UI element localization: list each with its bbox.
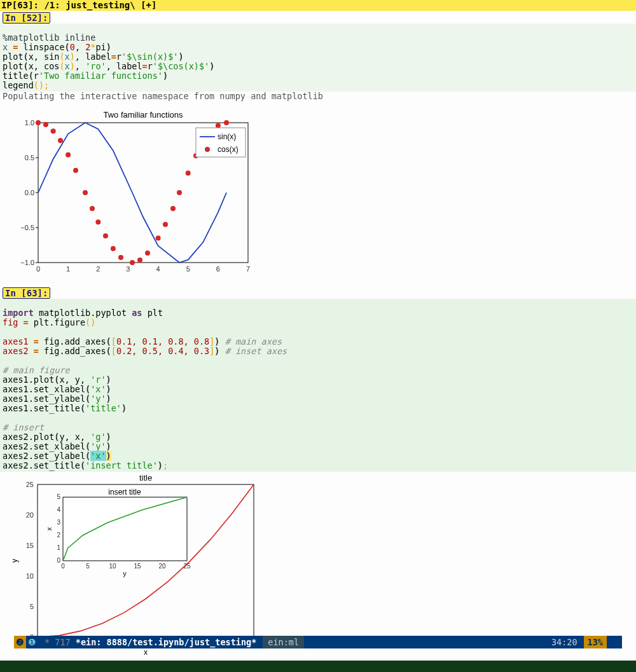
- modeline-scroll-pct: 13%: [584, 636, 607, 648]
- svg-text:7: 7: [246, 265, 250, 273]
- svg-text:0: 0: [57, 557, 60, 564]
- num-0: 0: [70, 42, 75, 52]
- const-pi: pi: [95, 42, 106, 52]
- svg-text:25: 25: [183, 563, 191, 570]
- kw-as: as: [132, 308, 142, 318]
- str-x-cursor: 'x': [90, 451, 106, 461]
- legend-cos: cos(x): [218, 145, 238, 154]
- a1-plot: axes1.plot: [3, 374, 54, 385]
- svg-point-46: [205, 147, 210, 152]
- a1-xlabel: axes1.set_xlabel: [3, 384, 85, 394]
- cell-code-52[interactable]: %matplotlib inline x = linspace(0, 2*pi)…: [0, 24, 636, 92]
- args-xy: x, y: [59, 374, 80, 385]
- svg-text:2: 2: [57, 531, 60, 538]
- alias-plt: plt: [148, 308, 163, 318]
- fn-add-axes1: fig.add_axes: [44, 336, 106, 346]
- modeline-badge-left: ❷: [14, 636, 26, 648]
- svg-point-31: [130, 260, 135, 265]
- emacs-frame: IP[63]: /1: just_testing\ [+] In [52]: %…: [0, 0, 636, 661]
- cmt-inset: # inset axes: [225, 346, 287, 356]
- str-y1: 'y': [90, 394, 106, 404]
- str-cos: '$\cos(x)$': [153, 61, 209, 71]
- svg-rect-60: [63, 497, 187, 561]
- svg-text:0.0: 0.0: [25, 189, 34, 196]
- chart-title-inset: title 0 5 10 15 20 25 0 1 2: [3, 472, 270, 656]
- notebook-buffer[interactable]: In [52]: %matplotlib inline x = linspace…: [0, 11, 636, 661]
- fn-legend: legend: [3, 80, 34, 90]
- cell-prompt-63: In [63]:: [3, 287, 50, 299]
- chart2-ylabel: y: [10, 559, 19, 563]
- args-inset: 0.2, 0.5, 0.4, 0.3: [116, 346, 209, 356]
- str-sin: '$\sin(x)$': [121, 51, 178, 62]
- svg-text:1: 1: [66, 265, 70, 273]
- svg-point-27: [95, 219, 100, 224]
- fn-linspace: linspace: [24, 42, 65, 52]
- svg-text:6: 6: [216, 265, 220, 273]
- modeline-modified-star: *: [45, 637, 50, 647]
- fn-figure: plt.figure: [34, 317, 85, 327]
- svg-text:−0.5: −0.5: [20, 224, 34, 231]
- var-axes1: axes1: [3, 336, 29, 346]
- svg-point-35: [163, 222, 168, 227]
- svg-text:4: 4: [156, 265, 160, 273]
- fn-plot2: plot: [3, 61, 24, 71]
- fn-cos: cos: [44, 61, 59, 71]
- modeline-size: 717: [55, 637, 70, 647]
- modeline-cursor-pos: 34:20: [551, 636, 584, 648]
- a2-ylabel: axes2.set_ylabel: [3, 451, 85, 461]
- svg-text:0.5: 0.5: [25, 154, 34, 161]
- svg-point-24: [73, 168, 78, 173]
- svg-text:20: 20: [158, 563, 166, 570]
- svg-text:5: 5: [186, 265, 190, 273]
- svg-text:0: 0: [61, 563, 65, 570]
- a2-plot: axes2.plot: [3, 432, 54, 442]
- args-yx: y, x: [59, 432, 80, 442]
- svg-point-26: [90, 206, 95, 211]
- svg-text:1.0: 1.0: [25, 119, 34, 127]
- svg-point-25: [83, 190, 88, 195]
- str-title2: 'title': [85, 403, 121, 413]
- chart-two-familiar: Two familiar functions 1.0 0.5 0.0 −0.5 …: [3, 109, 254, 277]
- a1-ylabel: axes1.set_ylabel: [3, 394, 85, 404]
- a2-title: axes2.set_title: [3, 460, 80, 470]
- cell-output-figure-52: Two familiar functions 1.0 0.5 0.0 −0.5 …: [0, 101, 636, 281]
- legend-sin: sin(x): [218, 132, 236, 141]
- str-x1: 'x': [90, 384, 106, 394]
- svg-text:3: 3: [57, 519, 60, 526]
- svg-text:5: 5: [86, 563, 90, 570]
- fn-sin: sin: [44, 51, 59, 62]
- svg-point-42: [216, 123, 221, 128]
- svg-point-21: [51, 128, 56, 134]
- svg-point-19: [36, 120, 41, 125]
- svg-text:2: 2: [96, 265, 100, 273]
- tab-bar[interactable]: IP[63]: /1: just_testing\ [+]: [0, 0, 636, 11]
- svg-point-37: [177, 190, 182, 195]
- mod-mpl: matplotlib.pyplot: [39, 308, 127, 318]
- cell-output-text-52: Populating the interactive namespace fro…: [0, 92, 636, 101]
- svg-text:10: 10: [26, 572, 34, 580]
- svg-text:3: 3: [126, 265, 130, 273]
- svg-text:15: 15: [26, 542, 34, 549]
- str-ititle: 'insert title': [85, 460, 158, 470]
- svg-point-32: [137, 257, 142, 263]
- modeline-badge-left2: ❶: [26, 636, 38, 648]
- chart2-title: title: [139, 473, 152, 483]
- fn-add-axes2: fig.add_axes: [44, 346, 106, 356]
- chart-legend: sin(x) cos(x): [196, 128, 245, 157]
- cell-code-63[interactable]: import matplotlib.pyplot as plt fig = pl…: [0, 299, 636, 472]
- svg-point-38: [186, 170, 191, 175]
- svg-text:5: 5: [57, 493, 60, 500]
- modeline-major-mode[interactable]: ein:ml: [263, 636, 304, 648]
- mode-line[interactable]: ❷❶ * 717 *ein: 8888/test.ipynb/just_test…: [14, 636, 622, 648]
- inset-title: insert title: [108, 488, 141, 497]
- str-ro: 'ro': [85, 61, 106, 71]
- a2-xlabel: axes2.set_xlabel: [3, 441, 85, 451]
- cell-output-figure-63: title 0 5 10 15 20 25 0 1 2: [0, 472, 636, 661]
- str-r: 'r': [90, 374, 106, 385]
- modeline-buffer-name[interactable]: *ein: 8888/test.ipynb/just_testing*: [76, 636, 256, 648]
- inset-ylabel: x: [45, 527, 53, 531]
- cmt-main: # main axes: [225, 336, 282, 346]
- svg-text:5: 5: [30, 603, 34, 610]
- chart-title: Two familiar functions: [104, 110, 183, 120]
- svg-text:4: 4: [57, 506, 60, 513]
